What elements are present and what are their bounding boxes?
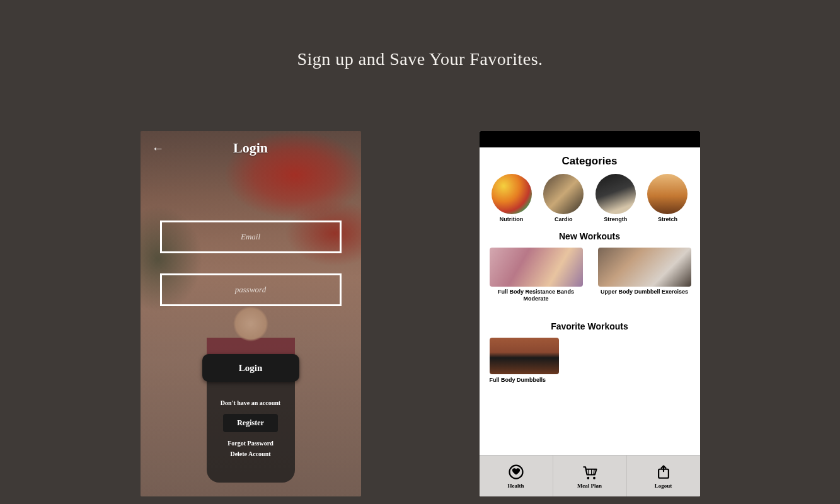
forgot-password-link[interactable]: Forgot Password: [221, 440, 280, 447]
workout-card[interactable]: Upper Body Dumbbell Exercises: [598, 248, 691, 302]
workout-card[interactable]: Full Body Dumbbells: [490, 338, 565, 384]
nav-label: Health: [508, 483, 524, 489]
email-field[interactable]: [160, 220, 342, 253]
categories-heading: Categories: [490, 155, 690, 168]
workout-title: Full Body Dumbbells: [490, 377, 565, 384]
category-label: Cardio: [541, 216, 585, 222]
password-field[interactable]: [160, 273, 342, 306]
register-button[interactable]: Register: [223, 414, 278, 432]
svg-line-5: [594, 469, 594, 474]
category-stretch[interactable]: Stretch: [645, 174, 689, 222]
svg-point-1: [587, 476, 589, 479]
categories-body: Categories Nutrition Cardio Strength Str…: [480, 147, 700, 455]
status-bar: [480, 131, 700, 147]
workout-image: [490, 338, 559, 374]
category-label: Nutrition: [490, 216, 534, 222]
strength-icon: [595, 174, 636, 214]
phones-row: ← Login Login Don't have an account Regi…: [0, 131, 840, 496]
heart-icon: [507, 464, 526, 481]
login-form: Login Don't have an account Register For…: [141, 165, 361, 461]
category-strength[interactable]: Strength: [594, 174, 638, 222]
login-header: ← Login: [141, 131, 361, 165]
nav-label: Logout: [655, 483, 672, 489]
workout-image: [598, 248, 691, 287]
workout-card[interactable]: Full Body Resistance Bands Moderate: [490, 248, 583, 302]
delete-account-link[interactable]: Delete Account: [221, 450, 280, 457]
stretch-icon: [647, 174, 688, 214]
new-workouts-row: Full Body Resistance Bands Moderate Uppe…: [490, 248, 690, 302]
login-button[interactable]: Login: [202, 354, 299, 382]
login-screen: ← Login Login Don't have an account Regi…: [141, 131, 361, 496]
workout-title: Full Body Resistance Bands Moderate: [490, 289, 583, 302]
nav-health[interactable]: Health: [480, 455, 553, 496]
nutrition-icon: [492, 174, 532, 214]
category-nutrition[interactable]: Nutrition: [490, 174, 534, 222]
cart-icon: [580, 464, 599, 481]
category-label: Stretch: [645, 216, 689, 222]
categories-row: Nutrition Cardio Strength Stretch: [490, 174, 690, 222]
categories-screen: Categories Nutrition Cardio Strength Str…: [480, 131, 700, 496]
login-title: Login: [152, 140, 350, 156]
cardio-icon: [543, 174, 584, 214]
category-cardio[interactable]: Cardio: [541, 174, 585, 222]
svg-point-2: [593, 476, 595, 479]
nav-logout[interactable]: Logout: [627, 455, 700, 496]
workout-image: [490, 248, 583, 287]
favorite-workouts-heading: Favorite Workouts: [490, 321, 690, 331]
new-workouts-heading: New Workouts: [490, 231, 690, 241]
no-account-text: Don't have an account: [221, 399, 280, 406]
category-label: Strength: [594, 216, 638, 222]
page-headline: Sign up and Save Your Favorites.: [0, 0, 840, 69]
nav-label: Meal Plan: [577, 483, 602, 489]
workout-title: Upper Body Dumbbell Exercises: [598, 289, 691, 295]
bottom-nav: Health Meal Plan Logout: [480, 455, 700, 496]
favorite-workouts-row: Full Body Dumbbells: [490, 338, 690, 384]
nav-meal-plan[interactable]: Meal Plan: [553, 455, 627, 496]
logout-icon: [654, 464, 673, 481]
login-links: Don't have an account Register Forgot Pa…: [221, 396, 280, 461]
